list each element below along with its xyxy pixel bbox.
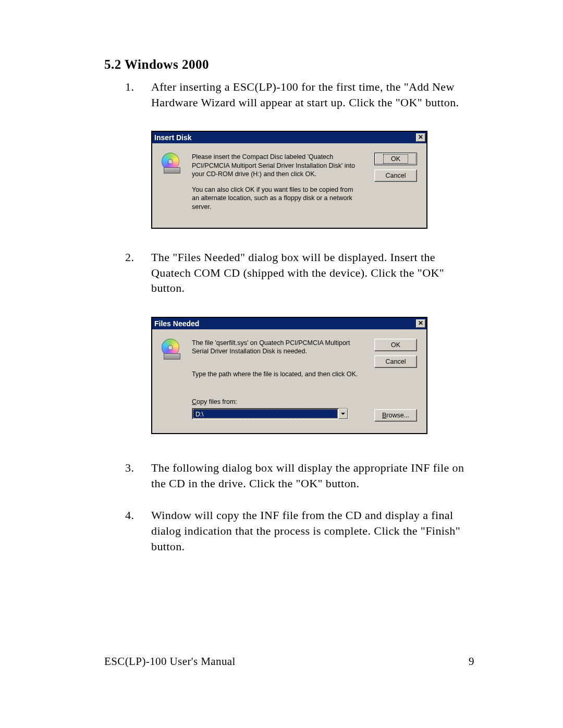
cd-disc-icon [162, 339, 180, 360]
cd-disc-icon [162, 153, 180, 174]
list-item: 1. After inserting a ESC(LP)-100 for the… [125, 79, 474, 110]
insert-disk-dialog: Insert Disk ✕ Please insert the Compact … [151, 131, 427, 229]
copy-files-from-combobox[interactable]: D:\ [192, 408, 348, 419]
files-needed-dialog: Files Needed ✕ The file 'qserfilt.sys' o… [151, 317, 427, 434]
dialog-body: The file 'qserfilt.sys' on Quatech PCI/P… [152, 329, 426, 433]
instruction-list: 2. The "Files Needed" dialog box will be… [104, 250, 474, 296]
combobox-value: D:\ [193, 409, 338, 418]
button-column: OK Cancel [374, 339, 417, 368]
dialog-title: Insert Disk [154, 133, 192, 142]
list-text: The following dialog box will display th… [151, 460, 474, 491]
list-text: Window will copy the INF file from the C… [151, 508, 474, 554]
chevron-down-icon[interactable] [338, 409, 348, 419]
button-column: OK Cancel [374, 153, 417, 182]
list-number: 4. [125, 508, 151, 554]
list-item: 2. The "Files Needed" dialog box will be… [125, 250, 474, 296]
dialog-paragraph: The file 'qserfilt.sys' on Quatech PCI/P… [192, 339, 360, 356]
list-text: The "Files Needed" dialog box will be di… [151, 250, 474, 296]
close-icon[interactable]: ✕ [416, 133, 425, 142]
ok-button[interactable]: OK [374, 153, 417, 165]
copy-files-from-label: Copy files from: [192, 398, 360, 406]
footer-manual-title: ESC(LP)-100 User's Manual [104, 655, 236, 668]
titlebar: Insert Disk ✕ [152, 132, 426, 143]
list-text: After inserting a ESC(LP)-100 for the fi… [151, 79, 474, 110]
page-footer: ESC(LP)-100 User's Manual 9 [104, 655, 474, 668]
browse-button[interactable]: Browse... [374, 409, 417, 422]
list-item: 4. Window will copy the INF file from th… [125, 508, 474, 554]
list-number: 3. [125, 460, 151, 491]
ok-button[interactable]: OK [374, 339, 417, 351]
dialog-paragraph: You can also click OK if you want files … [192, 186, 360, 211]
cancel-button[interactable]: Cancel [374, 355, 417, 368]
section-heading: 5.2 Windows 2000 [104, 57, 474, 72]
list-number: 1. [125, 79, 151, 110]
dialog-title: Files Needed [154, 319, 199, 328]
cancel-button[interactable]: Cancel [374, 169, 417, 182]
dialog-body: Please insert the Compact Disc labeled '… [152, 143, 426, 228]
dialog-paragraph: Type the path where the file is located,… [192, 370, 360, 378]
close-icon[interactable]: ✕ [416, 319, 425, 328]
dialog-paragraph: Please insert the Compact Disc labeled '… [192, 153, 360, 178]
instruction-list: 3. The following dialog box will display… [104, 460, 474, 554]
instruction-list: 1. After inserting a ESC(LP)-100 for the… [104, 79, 474, 110]
list-item: 3. The following dialog box will display… [125, 460, 474, 491]
list-number: 2. [125, 250, 151, 296]
footer-page-number: 9 [469, 655, 474, 668]
titlebar: Files Needed ✕ [152, 318, 426, 329]
